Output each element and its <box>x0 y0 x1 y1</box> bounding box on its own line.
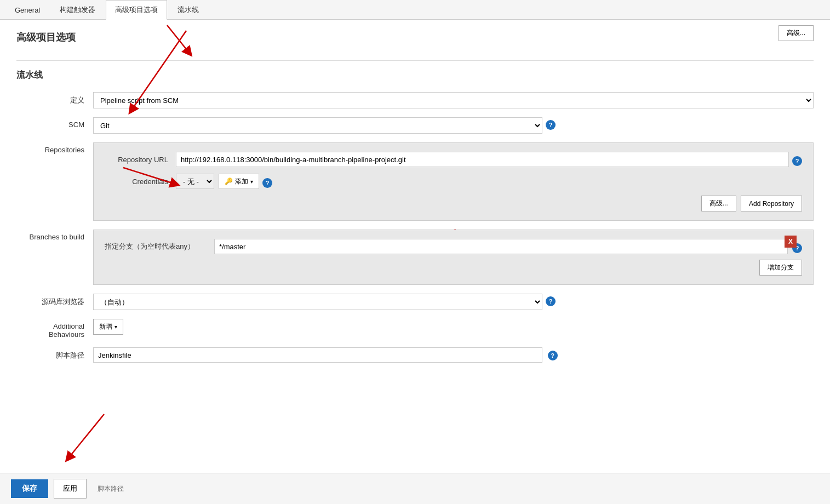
script-path-control: ? <box>93 347 814 363</box>
section-divider-1 <box>16 60 814 61</box>
repositories-label: Repositories <box>16 142 93 154</box>
advanced-header: 高级... 高级项目选项 <box>16 31 814 55</box>
remove-branch-button[interactable]: X <box>785 236 797 248</box>
scm-help-icon[interactable]: ? <box>546 120 556 130</box>
definition-row: 定义 Pipeline script from SCM <box>16 92 814 108</box>
repositories-row: Repositories Repository URL ? Credential… <box>16 142 814 221</box>
scm-row: SCM Git ? <box>16 117 814 134</box>
credentials-controls: - 无 - 🔑 添加 ▾ ? <box>176 174 272 189</box>
page-content: 高级... 高级项目选项 流水线 定义 Pipeline script from… <box>0 20 830 504</box>
script-path-row: 脚本路径 ? <box>16 347 814 363</box>
apply-button[interactable]: 应用 <box>54 479 87 499</box>
branch-input[interactable] <box>214 239 788 254</box>
additional-behaviours-control: 新增 ▾ <box>93 319 814 335</box>
bottom-bar: 保存 应用 脚本路径 <box>0 473 830 504</box>
branches-label: Branches to build <box>16 230 93 241</box>
repo-advanced-button[interactable]: 高级... <box>701 196 736 211</box>
credentials-row-wrap: Credentials - 无 - 🔑 添加 ▾ ? <box>105 174 802 189</box>
key-icon: 🔑 <box>225 177 233 185</box>
definition-label: 定义 <box>16 92 93 105</box>
advanced-title: 高级项目选项 <box>16 31 814 44</box>
svg-line-4 <box>68 414 104 458</box>
script-path-bottom-label: 脚本路径 <box>98 484 124 494</box>
branches-outer: X 指定分支（为空时代表any） ? 增加分支 <box>93 230 814 285</box>
tab-build-trigger[interactable]: 构建触发器 <box>50 0 105 19</box>
credentials-select[interactable]: - 无 - <box>176 174 214 189</box>
repositories-outer: Repository URL ? Credentials - 无 - 🔑 添加 <box>93 142 814 221</box>
branch-specify-label: 指定分支（为空时代表any） <box>105 242 214 251</box>
definition-select[interactable]: Pipeline script from SCM <box>93 92 814 108</box>
repo-url-input[interactable] <box>176 152 789 167</box>
tab-advanced-options[interactable]: 高级项目选项 <box>106 0 167 20</box>
tabs-bar: General 构建触发器 高级项目选项 流水线 <box>0 0 830 20</box>
scm-label: SCM <box>16 117 93 129</box>
tab-general[interactable]: General <box>5 1 49 19</box>
add-cred-caret: ▾ <box>250 179 253 185</box>
definition-select-wrap: Pipeline script from SCM <box>93 92 814 108</box>
script-path-label: 脚本路径 <box>16 347 93 360</box>
repo-url-help-icon[interactable]: ? <box>792 156 802 166</box>
tab-pipeline[interactable]: 流水线 <box>168 0 208 19</box>
save-button[interactable]: 保存 <box>11 479 48 498</box>
script-path-input[interactable] <box>93 347 542 363</box>
source-browser-help-icon[interactable]: ? <box>546 296 556 306</box>
new-behaviour-button[interactable]: 新增 ▾ <box>93 319 123 335</box>
source-browser-row: 源码库浏览器 （自动） ? <box>16 294 814 310</box>
advanced-top-button[interactable]: 高级... <box>779 25 814 41</box>
repo-url-label: Repository URL <box>105 156 176 164</box>
source-browser-label: 源码库浏览器 <box>16 294 93 307</box>
script-path-help-icon[interactable]: ? <box>548 351 558 360</box>
branches-box: X 指定分支（为空时代表any） ? 增加分支 <box>93 230 814 285</box>
add-credentials-button[interactable]: 🔑 添加 ▾ <box>219 174 259 189</box>
repositories-box: Repository URL ? Credentials - 无 - 🔑 添加 <box>93 142 814 221</box>
branch-buttons-row: 增加分支 <box>105 260 802 276</box>
credentials-help-icon[interactable]: ? <box>262 178 272 188</box>
new-behaviour-label: 新增 <box>99 322 112 331</box>
additional-behaviours-label: Additional Behaviours <box>16 319 93 339</box>
scm-select-wrap: Git ? <box>93 117 814 134</box>
add-branch-button[interactable]: 增加分支 <box>759 260 802 276</box>
add-cred-label: 添加 <box>235 177 248 186</box>
source-browser-select[interactable]: （自动） <box>93 294 542 310</box>
additional-behaviours-row: Additional Behaviours 新增 ▾ <box>16 319 814 339</box>
credentials-label: Credentials <box>105 177 176 186</box>
source-browser-outer: （自动） ? <box>93 294 814 310</box>
branch-inner-row: 指定分支（为空时代表any） ? <box>105 239 802 254</box>
pipeline-title: 流水线 <box>16 70 814 81</box>
scm-select[interactable]: Git <box>93 117 542 134</box>
add-repository-button[interactable]: Add Repository <box>741 196 802 211</box>
repo-buttons-row: 高级... Add Repository <box>105 196 802 211</box>
branches-row: Branches to build X 指定分支（为空时代表any） ? 增加分… <box>16 230 814 285</box>
new-behaviour-caret: ▾ <box>115 324 117 330</box>
repo-url-row: Repository URL ? <box>105 152 802 167</box>
